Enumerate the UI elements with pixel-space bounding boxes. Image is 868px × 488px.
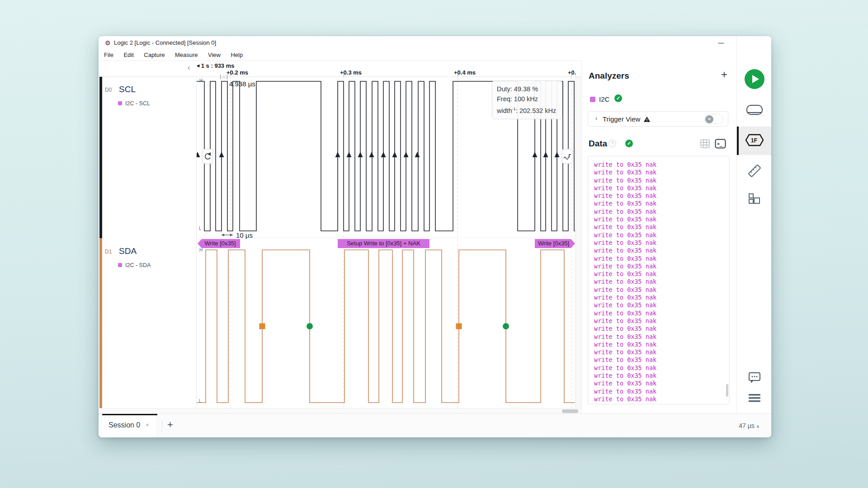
data-scrollbar-thumb[interactable] bbox=[726, 384, 728, 397]
capture-info-button[interactable]: 1F bbox=[737, 134, 771, 148]
measurements-button[interactable] bbox=[737, 164, 771, 180]
timeline-back-chevron-icon[interactable]: ‹ bbox=[188, 63, 190, 72]
active-tab-indicator bbox=[102, 414, 157, 415]
tick-label-05ms: +0. bbox=[568, 69, 576, 76]
new-session-button[interactable]: + bbox=[167, 419, 173, 431]
analyzers-title: Analyzers bbox=[589, 71, 629, 81]
channel-d1-color-strip bbox=[99, 238, 102, 408]
data-row: write to 0x35 nak bbox=[594, 184, 729, 192]
main-menu-button[interactable] bbox=[737, 393, 771, 405]
data-row: write to 0x35 nak bbox=[594, 325, 729, 333]
menu-capture[interactable]: Capture bbox=[140, 50, 169, 61]
analyzer-ok-badge-icon: ✓ bbox=[614, 94, 622, 102]
terminal-view-icon[interactable]: >_ bbox=[715, 139, 726, 149]
minimize-button[interactable]: — bbox=[713, 36, 729, 50]
data-row: write to 0x35 nak bbox=[594, 169, 729, 176]
device-settings-button[interactable] bbox=[737, 104, 771, 119]
channel-d0-name[interactable]: SCL bbox=[119, 84, 136, 94]
svg-text:4.938 µs: 4.938 µs bbox=[229, 80, 255, 88]
annotation-setup-write[interactable]: Setup Write to [0x35] + NAK bbox=[338, 239, 429, 248]
data-row: write to 0x35 nak bbox=[594, 364, 729, 372]
data-row: write to 0x35 nak bbox=[594, 380, 729, 387]
capture-duration[interactable]: 47 µs ∧ bbox=[739, 422, 760, 429]
data-ok-badge-icon: ✓ bbox=[625, 140, 633, 147]
channel-d1-id: D1 bbox=[105, 249, 112, 255]
help-icon[interactable]: ? bbox=[609, 140, 616, 147]
feedback-button[interactable] bbox=[737, 371, 771, 386]
channel-d0-analyzer[interactable]: I2C - SCL bbox=[118, 100, 150, 107]
tooltip-freq: Freq: 100 kHz bbox=[497, 94, 557, 104]
ruler-icon bbox=[747, 164, 762, 178]
session-tab-bar: Session 0 × + 47 µs ∧ bbox=[99, 413, 771, 437]
measure-handle-icon[interactable]: ↔ bbox=[220, 75, 227, 79]
timeline-ruler[interactable]: ‹ ◀ 1 s : 933 ms +0.2 ms +0.3 ms +0.4 ms… bbox=[99, 61, 581, 77]
collapse-caret-icon: ∧ bbox=[756, 424, 760, 429]
data-row: write to 0x35 nak bbox=[594, 177, 729, 184]
waveform-plot[interactable]: 4.938 µs10 µs H L H L ↔ Write [0x35] Set… bbox=[197, 77, 575, 408]
data-row: write to 0x35 nak bbox=[594, 356, 729, 364]
data-row: write to 0x35 nak bbox=[594, 317, 729, 325]
menu-view[interactable]: View bbox=[204, 50, 225, 61]
measurement-tooltip: Duty: 49.38 % Freq: 100 kHz width-1: 202… bbox=[492, 80, 562, 119]
data-results-list[interactable]: write to 0x35 nakwrite to 0x35 nakwrite … bbox=[588, 156, 730, 404]
svg-text:10 µs: 10 µs bbox=[236, 231, 253, 239]
app-logo-icon: ⚙ bbox=[105, 39, 111, 47]
data-row: write to 0x35 nak bbox=[594, 208, 729, 216]
scl-low-label: L bbox=[199, 226, 202, 231]
window-title: Logic 2 [Logic - Connected] [Session 0] bbox=[114, 36, 216, 50]
menu-file[interactable]: File bbox=[100, 50, 118, 61]
annotation-write-1[interactable]: Write [0x35] bbox=[198, 239, 240, 248]
tooltip-width-inv: width-1: 202.532 kHz bbox=[497, 104, 557, 116]
terminal-glyph: >_ bbox=[717, 141, 723, 147]
channel-label-column: D0 SCL I2C - SCL D1 SDA I2C - SDA bbox=[99, 77, 197, 408]
data-row: write to 0x35 nak bbox=[594, 161, 729, 169]
start-capture-button[interactable] bbox=[737, 69, 771, 91]
ruler-tick bbox=[344, 74, 344, 76]
svg-text:1F: 1F bbox=[751, 137, 757, 144]
data-row: write to 0x35 nak bbox=[594, 192, 729, 200]
data-row: write to 0x35 nak bbox=[594, 255, 729, 263]
sda-low-label: L bbox=[199, 399, 202, 404]
horizontal-scrollbar-track[interactable] bbox=[99, 408, 581, 413]
chevron-right-icon[interactable]: › bbox=[595, 115, 597, 122]
data-row: write to 0x35 nak bbox=[594, 341, 729, 348]
menu-edit[interactable]: Edit bbox=[119, 50, 137, 61]
trigger-view-label: Trigger View bbox=[603, 115, 640, 123]
ruler-tick bbox=[458, 74, 458, 76]
add-analyzer-button[interactable]: + bbox=[721, 70, 727, 79]
data-row: write to 0x35 nak bbox=[594, 372, 729, 380]
menu-bar: File Edit Capture Measure View Help bbox=[99, 50, 581, 61]
extensions-icon bbox=[748, 193, 761, 206]
data-row: write to 0x35 nak bbox=[594, 231, 729, 239]
data-row: write to 0x35 nak bbox=[594, 216, 729, 223]
analyzer-i2c-label: I2C bbox=[599, 95, 609, 103]
trigger-view-row[interactable]: › Trigger View ✕ bbox=[588, 111, 728, 127]
data-row: write to 0x35 nak bbox=[594, 294, 729, 301]
extensions-button[interactable] bbox=[737, 193, 771, 207]
close-tab-icon[interactable]: × bbox=[146, 422, 149, 428]
title-bar[interactable]: ⚙ Logic 2 [Logic - Connected] [Session 0… bbox=[99, 36, 771, 50]
ruler-tick bbox=[230, 74, 231, 76]
horizontal-scrollbar-thumb[interactable] bbox=[562, 409, 578, 413]
table-view-icon[interactable] bbox=[700, 139, 710, 148]
tab-separator bbox=[162, 419, 162, 432]
data-row: write to 0x35 nak bbox=[594, 239, 729, 247]
anchor-marker-icon: ◀ bbox=[197, 64, 199, 68]
data-row: write to 0x35 nak bbox=[594, 388, 729, 395]
data-row: write to 0x35 nak bbox=[594, 263, 729, 270]
side-panel: Analyzers + I2C ✓ › Trigger View ✕ Data … bbox=[581, 61, 736, 413]
channel-d1-name[interactable]: SDA bbox=[119, 246, 137, 256]
data-row: write to 0x35 nak bbox=[594, 395, 729, 403]
vertical-scrollbar-track[interactable] bbox=[575, 77, 581, 413]
warning-icon bbox=[643, 116, 651, 122]
tab-session-0[interactable]: Session 0 × bbox=[102, 414, 157, 437]
annotation-write-2[interactable]: Write [0x35] bbox=[535, 239, 575, 248]
channel-d0-id: D0 bbox=[105, 87, 112, 93]
scl-high-label: H bbox=[199, 78, 203, 83]
menu-help[interactable]: Help bbox=[226, 50, 247, 61]
data-row: write to 0x35 nak bbox=[594, 286, 729, 294]
hamburger-menu-icon bbox=[748, 393, 761, 403]
channel-d1-analyzer[interactable]: I2C - SDA bbox=[118, 262, 151, 268]
menu-measure[interactable]: Measure bbox=[171, 50, 202, 61]
trigger-view-toggle[interactable]: ✕ bbox=[704, 114, 723, 124]
